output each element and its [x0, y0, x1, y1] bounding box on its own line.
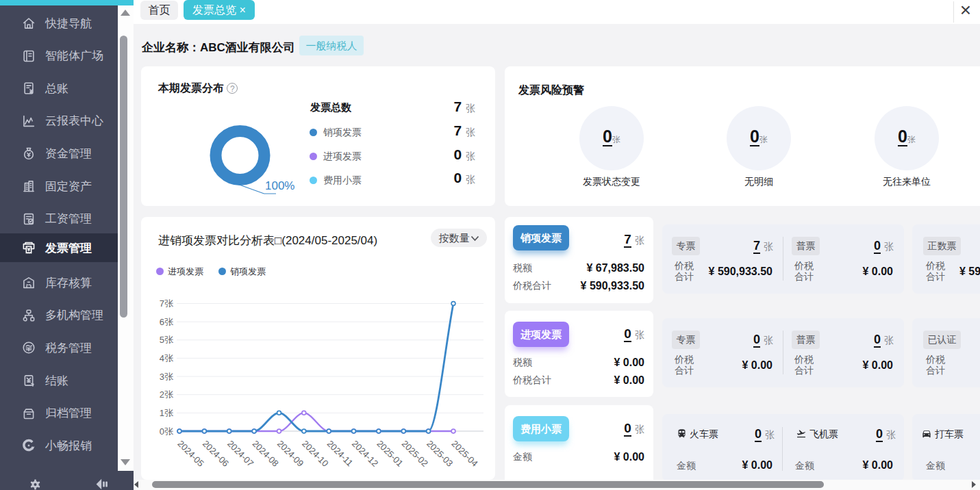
svg-text:2025-04: 2025-04 — [449, 438, 479, 468]
svg-text:3张: 3张 — [160, 372, 174, 382]
svg-text:5张: 5张 — [160, 335, 174, 345]
svg-text:2024-09: 2024-09 — [275, 438, 305, 468]
svg-text:2025-01: 2025-01 — [375, 438, 405, 468]
svg-text:2024-08: 2024-08 — [251, 438, 281, 468]
svg-text:2张: 2张 — [160, 389, 174, 400]
svg-text:0张: 0张 — [160, 426, 174, 437]
svg-text:2025-03: 2025-03 — [425, 438, 455, 468]
svg-text:100%: 100% — [265, 179, 294, 192]
svg-text:7张: 7张 — [160, 298, 174, 309]
svg-text:2025-02: 2025-02 — [400, 438, 430, 468]
svg-text:6张: 6张 — [160, 317, 174, 327]
svg-text:2024-11: 2024-11 — [325, 438, 355, 468]
svg-text:2024-07: 2024-07 — [225, 438, 255, 468]
svg-text:2024-05: 2024-05 — [175, 438, 205, 468]
svg-text:2024-10: 2024-10 — [300, 438, 330, 468]
svg-text:1张: 1张 — [160, 408, 174, 418]
svg-text:4张: 4张 — [160, 353, 174, 363]
svg-text:2024-06: 2024-06 — [201, 438, 231, 468]
svg-text:2024-12: 2024-12 — [350, 438, 380, 468]
